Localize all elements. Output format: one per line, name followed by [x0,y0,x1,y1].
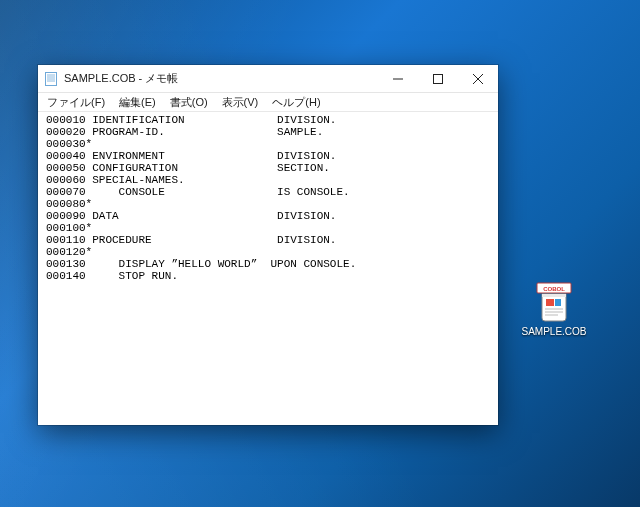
minimize-button[interactable] [378,65,418,92]
close-icon [473,74,483,84]
menu-format[interactable]: 書式(O) [163,94,215,111]
editor-content[interactable]: 000010 IDENTIFICATION DIVISION. 000020 P… [38,112,498,425]
notepad-icon [44,72,58,86]
maximize-button[interactable] [418,65,458,92]
close-button[interactable] [458,65,498,92]
window-controls [378,65,498,92]
svg-rect-10 [546,299,554,306]
desktop-file-icon[interactable]: COBOL SAMPLE.COB [518,282,590,337]
notepad-window: SAMPLE.COB - メモ帳 ファイル(F) 編集(E) 書式(O) 表示(… [38,65,498,425]
minimize-icon [393,74,403,84]
svg-rect-11 [555,299,561,306]
icon-badge: COBOL [543,286,565,292]
menu-edit[interactable]: 編集(E) [112,94,163,111]
maximize-icon [433,74,443,84]
menu-view[interactable]: 表示(V) [215,94,266,111]
window-title: SAMPLE.COB - メモ帳 [64,71,378,86]
menubar: ファイル(F) 編集(E) 書式(O) 表示(V) ヘルプ(H) [38,93,498,112]
svg-rect-6 [434,74,443,83]
cobol-file-icon: COBOL [536,282,572,322]
menu-help[interactable]: ヘルプ(H) [265,94,327,111]
desktop-file-label: SAMPLE.COB [521,326,586,337]
menu-file[interactable]: ファイル(F) [40,94,112,111]
titlebar[interactable]: SAMPLE.COB - メモ帳 [38,65,498,93]
